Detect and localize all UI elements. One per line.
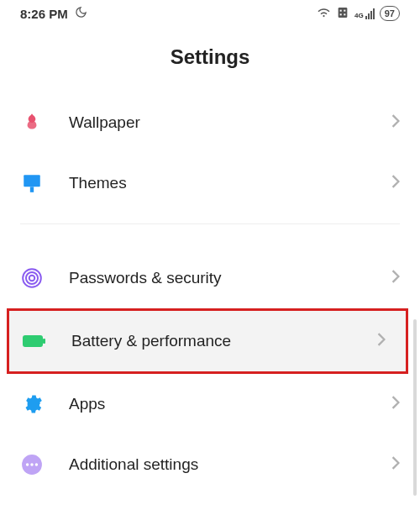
svg-rect-0 xyxy=(339,8,348,18)
chevron-right-icon xyxy=(391,270,400,287)
themes-icon xyxy=(20,171,44,195)
svg-rect-11 xyxy=(43,339,45,344)
settings-item-label: Apps xyxy=(69,395,366,413)
settings-item-label: Passwords & security xyxy=(69,269,366,287)
settings-item-passwords[interactable]: Passwords & security xyxy=(0,248,420,308)
settings-item-battery[interactable]: Battery & performance xyxy=(9,311,406,371)
settings-item-apps[interactable]: Apps xyxy=(0,374,420,434)
highlight-box: Battery & performance xyxy=(7,308,408,374)
svg-rect-6 xyxy=(30,187,34,192)
status-right: 4G 97 xyxy=(317,5,400,22)
settings-item-additional[interactable]: Additional settings xyxy=(0,434,420,495)
svg-rect-4 xyxy=(344,13,345,15)
signal-icon: 4G xyxy=(354,8,375,19)
svg-point-9 xyxy=(29,276,35,281)
battery-icon xyxy=(23,329,46,353)
settings-list: Wallpaper Themes Passwords & security Ba… xyxy=(0,92,420,495)
svg-point-13 xyxy=(26,463,29,465)
page-title: Settings xyxy=(0,25,420,92)
chevron-right-icon xyxy=(391,175,400,192)
fingerprint-icon xyxy=(20,266,44,290)
section-divider xyxy=(20,223,400,224)
chevron-right-icon xyxy=(391,396,400,413)
wifi-icon xyxy=(317,5,331,22)
settings-item-label: Themes xyxy=(69,174,366,192)
battery-indicator: 97 xyxy=(380,6,400,21)
chevron-right-icon xyxy=(377,333,386,350)
status-left: 8:26 PM xyxy=(20,6,87,21)
sim-icon xyxy=(336,6,349,22)
more-icon xyxy=(20,453,44,476)
svg-rect-10 xyxy=(23,335,43,347)
svg-rect-3 xyxy=(340,13,342,15)
chevron-right-icon xyxy=(391,456,400,473)
svg-point-14 xyxy=(30,463,33,465)
moon-icon xyxy=(75,6,87,21)
settings-item-themes[interactable]: Themes xyxy=(0,153,420,213)
status-bar: 8:26 PM 4G 97 xyxy=(0,0,420,25)
settings-item-label: Wallpaper xyxy=(69,113,366,132)
scroll-indicator xyxy=(413,319,417,496)
svg-rect-1 xyxy=(340,9,342,11)
svg-point-8 xyxy=(26,272,38,284)
settings-item-wallpaper[interactable]: Wallpaper xyxy=(0,92,420,153)
svg-point-15 xyxy=(35,463,38,465)
settings-item-label: Battery & performance xyxy=(71,332,352,350)
chevron-right-icon xyxy=(391,114,400,131)
status-time: 8:26 PM xyxy=(20,7,68,21)
wallpaper-icon xyxy=(20,111,44,134)
svg-rect-5 xyxy=(24,175,40,187)
gear-icon xyxy=(20,392,44,416)
svg-rect-2 xyxy=(344,9,345,11)
settings-item-label: Additional settings xyxy=(69,455,366,474)
